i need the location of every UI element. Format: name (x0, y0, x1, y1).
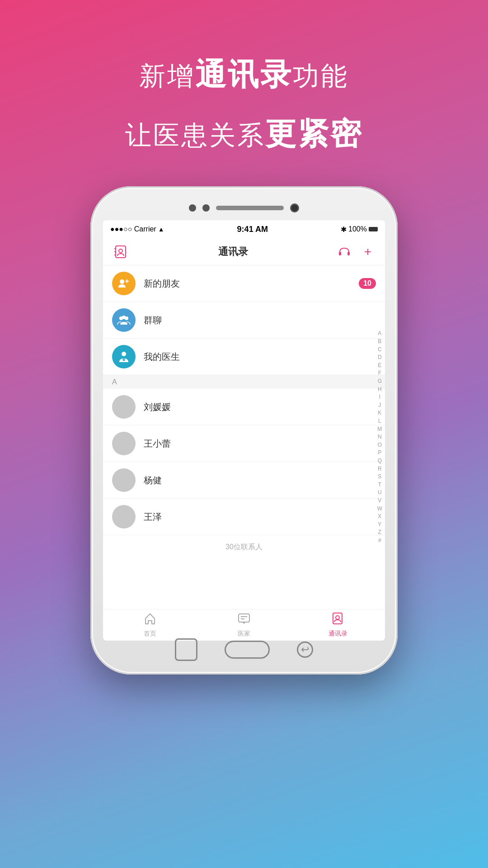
alpha-S[interactable]: S (377, 473, 382, 481)
tab-doctor-label: 医家 (238, 630, 250, 638)
headset-icon (338, 245, 351, 258)
status-time: 9:41 AM (237, 225, 268, 234)
tab-home-label: 首页 (144, 630, 156, 638)
avatar-group-chat (112, 308, 136, 332)
svg-point-1 (119, 249, 122, 253)
list-item-liu-yuanyuan[interactable]: 刘媛媛 (103, 389, 385, 425)
contact-name-liu-yuanyuan: 刘媛媛 (144, 401, 376, 413)
phone-notch (181, 203, 307, 212)
svg-rect-6 (347, 252, 350, 255)
recents-button[interactable] (175, 638, 197, 661)
new-friends-badge: 10 (359, 278, 376, 289)
list-item-new-friends[interactable]: 新的朋友 10 (103, 265, 385, 302)
sensor-dot1 (189, 204, 196, 212)
avatar-liu-yuanyuan (112, 395, 136, 419)
alpha-G[interactable]: G (377, 378, 382, 385)
alpha-O[interactable]: O (377, 442, 382, 449)
alpha-K[interactable]: K (377, 410, 382, 417)
home-svg (144, 612, 156, 625)
carrier-text: ●●●○○ Carrier (110, 225, 156, 233)
alpha-B[interactable]: B (377, 338, 382, 345)
svg-rect-17 (239, 614, 249, 622)
new-friends-icon (117, 277, 131, 290)
chat-icon (238, 612, 250, 628)
alpha-L[interactable]: L (377, 418, 382, 425)
wifi-icon: ▲ (158, 226, 164, 233)
status-bar: ●●●○○ Carrier ▲ 9:41 AM ✱ 100% (103, 220, 385, 238)
list-item-wang-ze[interactable]: 王泽 (103, 499, 385, 535)
status-left: ●●●○○ Carrier ▲ (110, 225, 164, 233)
list-item-wang-xiaolei[interactable]: 王小蕾 (103, 425, 385, 462)
svg-point-21 (336, 616, 339, 619)
avatar-new-friends (112, 272, 136, 295)
nav-left-icon[interactable] (112, 243, 130, 261)
alpha-Y[interactable]: Y (377, 521, 382, 528)
home-icon (144, 612, 156, 628)
add-contact-button[interactable]: + (360, 244, 376, 260)
svg-point-13 (122, 316, 126, 319)
nav-bar: 通讯录 + (103, 238, 385, 265)
alpha-M[interactable]: M (377, 426, 382, 433)
alpha-J[interactable]: J (377, 402, 382, 409)
front-camera (290, 203, 299, 212)
contact-name-wang-ze: 王泽 (144, 511, 376, 523)
alpha-Z[interactable]: Z (377, 529, 382, 536)
avatar-wang-ze (112, 505, 136, 528)
group-chat-icon (117, 313, 131, 327)
alpha-V[interactable]: V (377, 497, 382, 505)
battery-text: 100% (348, 225, 367, 233)
doctor-icon (117, 349, 131, 364)
hero-section: 新增通讯录功能 让医患关系更紧密 (125, 54, 363, 155)
avatar-yang-jian (112, 468, 136, 492)
avatar-wang-xiaolei (112, 432, 136, 455)
section-header-a: A (103, 375, 385, 389)
alpha-E[interactable]: E (377, 362, 382, 369)
phone-screen: ●●●○○ Carrier ▲ 9:41 AM ✱ 100% (103, 220, 385, 641)
bluetooth-icon: ✱ (341, 225, 347, 234)
alpha-T[interactable]: T (377, 481, 382, 489)
tab-bar: 首页 医家 (103, 609, 385, 641)
contact-name-yang-jian: 杨健 (144, 474, 376, 486)
headset-button[interactable] (336, 244, 352, 260)
alpha-N[interactable]: N (377, 434, 382, 441)
alpha-D[interactable]: D (377, 354, 382, 361)
alpha-A[interactable]: A (377, 330, 382, 337)
alpha-U[interactable]: U (377, 489, 382, 496)
list-item-yang-jian[interactable]: 杨健 (103, 462, 385, 499)
home-button[interactable] (225, 641, 270, 659)
alpha-W[interactable]: W (377, 505, 382, 513)
alpha-F[interactable]: F (377, 370, 382, 377)
alpha-I[interactable]: I (377, 394, 382, 401)
alpha-hash[interactable]: # (377, 537, 382, 544)
list-item-my-doctor[interactable]: 我的医生 (103, 339, 385, 375)
contact-list: 新的朋友 10 (103, 265, 385, 609)
svg-rect-16 (123, 359, 124, 361)
alpha-C[interactable]: C (377, 346, 382, 354)
alpha-X[interactable]: X (377, 513, 382, 520)
phone-shell: ●●●○○ Carrier ▲ 9:41 AM ✱ 100% (90, 186, 398, 675)
sensor-dot2 (202, 204, 210, 212)
alpha-H[interactable]: H (377, 386, 382, 393)
status-right: ✱ 100% (341, 225, 378, 234)
svg-rect-5 (339, 252, 341, 255)
hero-line2: 让医患关系更紧密 (125, 113, 363, 155)
alpha-Q[interactable]: Q (377, 458, 382, 465)
phone-hardware-buttons (175, 638, 313, 661)
nav-title: 通讯录 (218, 245, 248, 259)
phone-speaker (216, 206, 284, 210)
tab-home[interactable]: 首页 (103, 612, 197, 638)
alphabet-sidebar[interactable]: A B C D E F G H I J K L M N O (377, 265, 382, 609)
group-chat-label: 群聊 (144, 314, 376, 326)
contact-footer: 30位联系人 (103, 535, 385, 559)
back-button[interactable] (297, 642, 313, 658)
list-item-group-chat[interactable]: 群聊 (103, 302, 385, 339)
tab-contacts[interactable]: 通讯录 (291, 612, 385, 638)
alpha-P[interactable]: P (377, 449, 382, 457)
contacts-svg (332, 612, 344, 625)
hero-line1: 新增通讯录功能 (125, 54, 363, 95)
svg-point-7 (120, 279, 124, 284)
tab-doctor[interactable]: 医家 (197, 612, 291, 638)
alpha-R[interactable]: R (377, 466, 382, 473)
chat-svg (238, 612, 250, 625)
contacts-icon (332, 612, 344, 628)
